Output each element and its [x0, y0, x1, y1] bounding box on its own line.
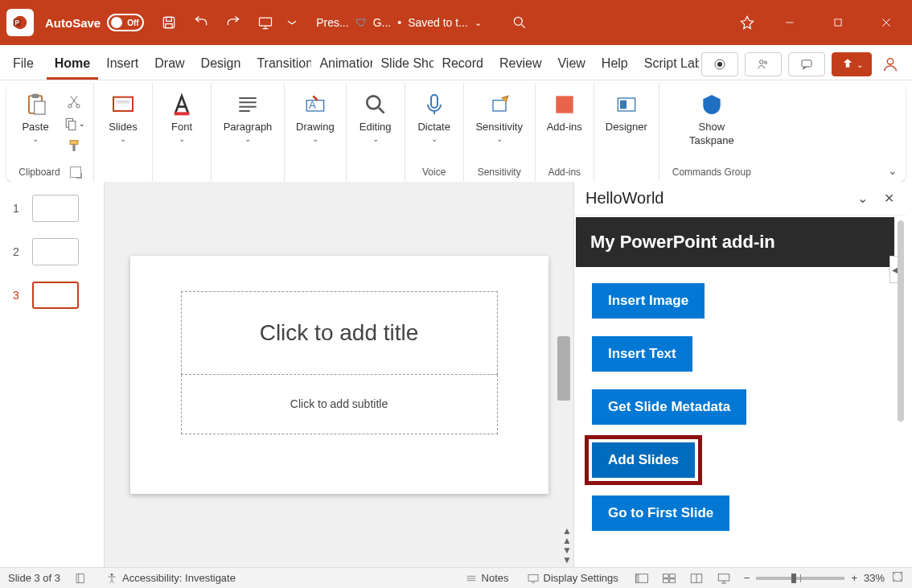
tab-view[interactable]: View: [549, 48, 593, 80]
minimize-button[interactable]: [770, 6, 809, 39]
canvas-scrollbar[interactable]: [557, 336, 570, 401]
svg-point-11: [760, 60, 764, 64]
premium-icon[interactable]: [733, 9, 761, 36]
tab-insert[interactable]: Insert: [98, 48, 146, 80]
account-icon[interactable]: [878, 56, 902, 73]
doc-name[interactable]: Pres...: [316, 16, 348, 29]
close-button[interactable]: [867, 6, 906, 39]
tab-animations[interactable]: Animation: [311, 48, 372, 80]
designer-icon: [612, 90, 641, 119]
zoom-in-button[interactable]: +: [851, 572, 857, 584]
svg-rect-16: [32, 94, 39, 98]
reading-view-icon[interactable]: [688, 571, 705, 586]
autosave[interactable]: AutoSave Off: [45, 14, 144, 31]
dialog-launcher-icon[interactable]: [70, 167, 81, 178]
record-button[interactable]: [701, 52, 738, 76]
undo-icon[interactable]: [187, 9, 215, 36]
group-clipboard: Paste ⌄ ⌄ Clipboard: [6, 84, 94, 182]
slide-nav-arrows[interactable]: ▲▲▼▼: [562, 527, 572, 564]
group-commands: Show Taskpane Commands Group: [659, 84, 764, 182]
subtitle-placeholder[interactable]: Click to add subtitle: [181, 375, 498, 434]
drawing-button[interactable]: A Drawing⌄: [290, 87, 341, 146]
zoom-out-button[interactable]: −: [744, 572, 750, 584]
paragraph-icon: [233, 90, 262, 119]
insert-image-button[interactable]: Insert Image: [592, 283, 705, 319]
group-addins: Add-ins Add-ins: [536, 84, 594, 182]
taskpane-menu-icon[interactable]: ⌄: [857, 191, 868, 206]
share-button[interactable]: ⌄: [832, 52, 872, 76]
font-icon: [167, 90, 196, 119]
qat-more-icon[interactable]: [284, 9, 300, 36]
designer-button[interactable]: Designer: [599, 87, 654, 136]
chevron-down-icon[interactable]: ⌄: [474, 18, 482, 28]
display-settings-button[interactable]: Display Settings: [524, 572, 622, 585]
format-painter-icon[interactable]: [63, 137, 85, 156]
dictate-button[interactable]: Dictate⌄: [410, 87, 458, 146]
editing-button[interactable]: Editing⌄: [351, 87, 400, 146]
zoom-slider[interactable]: [756, 577, 844, 580]
slide-counter[interactable]: Slide 3 of 3: [8, 572, 60, 584]
qat: [155, 9, 300, 36]
search-icon[interactable]: [506, 9, 533, 36]
thumb-1[interactable]: 1: [13, 195, 97, 222]
get-metadata-button[interactable]: Get Slide Metadata: [592, 389, 746, 425]
tab-slideshow[interactable]: Slide Show: [372, 48, 433, 80]
group-voice: Dictate⌄ Voice: [405, 84, 464, 182]
fit-to-window-icon[interactable]: [891, 570, 904, 586]
workarea: 1 2 3 Click to add title Click to add su…: [6, 182, 906, 567]
thumb-2[interactable]: 2: [13, 238, 97, 265]
notes-button[interactable]: Notes: [462, 572, 512, 585]
app-icon: P: [6, 9, 34, 36]
normal-view-icon[interactable]: [633, 571, 651, 586]
paragraph-button[interactable]: Paragraph⌄: [216, 87, 279, 146]
tab-home[interactable]: Home: [47, 48, 98, 80]
add-slides-button[interactable]: Add Slides: [592, 442, 695, 478]
sensitivity-button[interactable]: Sensitivity⌄: [469, 87, 530, 146]
taskpane-close-icon[interactable]: ✕: [884, 191, 894, 206]
group-slides: Slides⌄: [94, 84, 153, 182]
addins-button[interactable]: Add-ins: [540, 87, 589, 136]
autosave-toggle[interactable]: Off: [107, 14, 144, 31]
svg-point-18: [68, 105, 72, 108]
zoom-level[interactable]: 33%: [864, 572, 885, 584]
svg-text:P: P: [15, 19, 20, 27]
collapse-ribbon-icon[interactable]: ⌄: [888, 164, 898, 177]
ribbon-tabs: File Home Insert Draw Design Transition …: [0, 45, 912, 80]
accessibility-button[interactable]: Accessibility: Investigate: [102, 572, 239, 585]
save-icon[interactable]: [155, 9, 183, 36]
comments-button[interactable]: [788, 52, 825, 76]
go-first-slide-button[interactable]: Go to First Slide: [592, 495, 729, 531]
svg-rect-48: [718, 574, 729, 580]
cut-icon[interactable]: [63, 92, 85, 111]
tab-review[interactable]: Review: [491, 48, 549, 80]
taskpane-icon: [697, 90, 726, 119]
maximize-button[interactable]: [819, 6, 857, 39]
copy-icon[interactable]: ⌄: [63, 114, 85, 134]
present-icon[interactable]: [252, 9, 279, 36]
tab-help[interactable]: Help: [594, 48, 636, 80]
insert-text-button[interactable]: Insert Text: [592, 336, 692, 372]
thumb-3[interactable]: 3: [13, 282, 97, 309]
redo-icon[interactable]: [220, 9, 247, 36]
tab-file[interactable]: File: [5, 48, 42, 80]
svg-rect-34: [556, 105, 565, 113]
tab-transitions[interactable]: Transition: [249, 48, 311, 80]
sorter-view-icon[interactable]: [660, 571, 678, 586]
tab-draw[interactable]: Draw: [146, 48, 192, 80]
taskpane-scrollbar[interactable]: [898, 220, 904, 421]
taskpane-title: HelloWorld: [585, 189, 663, 208]
tab-record[interactable]: Record: [433, 48, 491, 80]
svg-rect-6: [260, 18, 272, 26]
teams-button[interactable]: [745, 52, 782, 76]
title-placeholder[interactable]: Click to add title: [181, 291, 498, 375]
show-taskpane-button[interactable]: Show Taskpane: [683, 87, 741, 150]
slideshow-view-icon[interactable]: [715, 571, 733, 586]
paste-button[interactable]: Paste ⌄: [11, 87, 60, 146]
font-button[interactable]: Font⌄: [158, 87, 206, 146]
tab-design[interactable]: Design: [193, 48, 249, 80]
slides-button[interactable]: Slides⌄: [99, 87, 147, 146]
slide-canvas[interactable]: Click to add title Click to add subtitle…: [105, 182, 574, 567]
tab-scriptlab[interactable]: Script Lab: [636, 48, 699, 80]
group-designer: Designer: [594, 84, 659, 182]
language-icon[interactable]: [72, 572, 91, 585]
